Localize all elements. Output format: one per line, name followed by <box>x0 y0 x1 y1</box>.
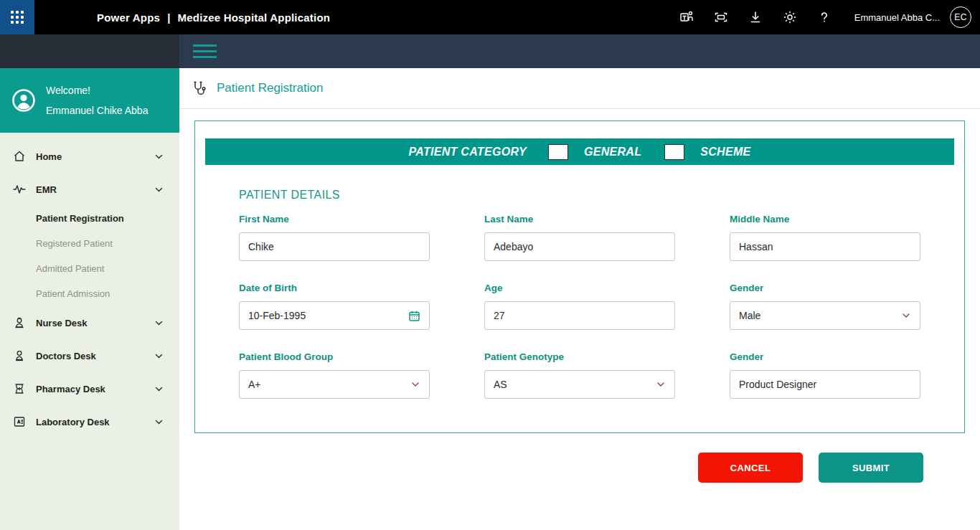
field-date-of-birth: Date of Birth 10-Feb-1995 <box>239 283 430 330</box>
sidebar-item-registered-patient[interactable]: Registered Patient <box>0 231 179 256</box>
download-icon[interactable] <box>738 0 773 34</box>
sidebar-item-admitted-patient[interactable]: Admitted Patient <box>0 256 179 281</box>
field-middle-name: Middle Name Hassan <box>730 214 920 261</box>
banner-title: PATIENT CATEGORY <box>408 146 527 158</box>
field-label: Patient Genotype <box>484 351 675 362</box>
sidebar-item-nurse-desk[interactable]: Nurse Desk <box>0 306 179 339</box>
teams-icon[interactable] <box>669 0 704 34</box>
app-title: Power Apps | Medizee Hospital Applicatio… <box>97 11 330 24</box>
sidebar-item-pharmacy-desk[interactable]: Pharmacy Desk <box>0 372 179 405</box>
sidebar-item-patient-admission[interactable]: Patient Admission <box>0 281 179 306</box>
field-last-name: Last Name Adebayo <box>484 214 675 261</box>
sidebar-item-doctors-desk[interactable]: Doctors Desk <box>0 339 179 372</box>
chevron-down-icon[interactable] <box>154 417 164 427</box>
sidebar-item-label: Doctors Desk <box>36 351 96 361</box>
field-value: A+ <box>248 379 410 390</box>
app-launcher-waffle-icon[interactable] <box>0 0 34 34</box>
date-of-birth-input[interactable]: 10-Feb-1995 <box>239 301 430 330</box>
page-title: Patient Registration <box>217 81 323 95</box>
nav-bar-right-panel <box>179 34 980 68</box>
field-value: Product Designer <box>739 379 911 390</box>
chevron-down-icon <box>656 379 666 389</box>
field-value: 27 <box>494 310 666 321</box>
cancel-button[interactable]: CANCEL <box>698 453 803 483</box>
app-subtitle: Medizee Hospital Application <box>178 11 331 24</box>
field-blood-group: Patient Blood Group A+ <box>239 351 430 399</box>
current-user-name[interactable]: Emmanuel Abba C... <box>854 12 940 23</box>
field-label: Gender <box>730 351 920 362</box>
doctor-icon <box>13 349 26 362</box>
general-checkbox[interactable] <box>548 144 568 160</box>
chevron-down-icon[interactable] <box>154 318 164 328</box>
app-name: Power Apps <box>97 11 160 24</box>
field-value: Chike <box>248 241 420 252</box>
general-label: GENERAL <box>584 146 641 158</box>
field-age: Age 27 <box>484 283 675 330</box>
sidebar-item-label: Nurse Desk <box>36 318 88 328</box>
field-value: Male <box>739 310 901 321</box>
avatar[interactable]: EC <box>950 6 971 28</box>
user-avatar-icon <box>11 88 36 113</box>
field-label: Gender <box>730 283 920 293</box>
waffle-grid-icon <box>11 11 24 24</box>
sidebar-item-patient-registration[interactable]: Patient Registration <box>0 206 179 231</box>
sidebar-item-label: Home <box>36 151 62 162</box>
field-value: 10-Feb-1995 <box>248 310 408 321</box>
field-label: First Name <box>239 214 430 224</box>
sidebar-item-laboratory-desk[interactable]: Laboratory Desk <box>0 405 179 438</box>
emr-submenu: Patient Registration Registered Patient … <box>0 206 179 306</box>
emr-activity-icon <box>13 183 26 196</box>
gender-occupation-input[interactable]: Product Designer <box>730 370 920 399</box>
section-title: PATIENT DETAILS <box>239 189 964 202</box>
help-icon[interactable] <box>807 0 842 34</box>
registration-form-card: PATIENT CATEGORY GENERAL SCHEME PATIENT … <box>194 120 965 433</box>
chevron-down-icon[interactable] <box>154 384 164 394</box>
submit-button[interactable]: SUBMIT <box>819 453 923 483</box>
sidebar-nav: Home EMR Patient Registration Registered… <box>0 133 179 438</box>
field-genotype: Patient Genotype AS <box>484 351 675 399</box>
scheme-label: SCHEME <box>700 146 750 158</box>
fit-screen-icon[interactable] <box>704 0 738 34</box>
nurse-icon <box>13 316 26 329</box>
chevron-down-icon <box>901 311 911 321</box>
settings-icon[interactable] <box>773 0 807 34</box>
top-app-bar: Power Apps | Medizee Hospital Applicatio… <box>0 0 980 34</box>
welcome-panel: Welcome! Emmanuel Chike Abba <box>0 68 179 133</box>
first-name-input[interactable]: Chike <box>239 232 430 261</box>
middle-name-input[interactable]: Hassan <box>730 232 920 261</box>
scheme-checkbox[interactable] <box>664 144 684 160</box>
form-actions: CANCEL SUBMIT <box>179 453 980 483</box>
sidebar-item-label: Laboratory Desk <box>36 417 110 427</box>
field-label: Patient Blood Group <box>239 351 430 362</box>
sidebar-item-label: EMR <box>36 184 57 195</box>
field-value: AS <box>494 379 656 390</box>
pharmacy-icon <box>13 382 26 395</box>
chevron-down-icon <box>410 379 420 389</box>
patient-details-grid: First Name Chike Last Name Adebayo Middl… <box>239 214 964 399</box>
welcome-user-name: Emmanuel Chike Abba <box>46 105 148 116</box>
field-first-name: First Name Chike <box>239 214 430 261</box>
calendar-icon[interactable] <box>408 310 420 322</box>
field-value: Adebayo <box>494 241 666 252</box>
laboratory-icon <box>13 415 26 428</box>
field-value: Hassan <box>739 241 911 252</box>
blood-group-select[interactable]: A+ <box>239 370 430 399</box>
age-input[interactable]: 27 <box>484 301 675 330</box>
last-name-input[interactable]: Adebayo <box>484 232 675 261</box>
field-label: Age <box>484 283 675 293</box>
genotype-select[interactable]: AS <box>484 370 675 399</box>
sidebar-item-emr[interactable]: EMR <box>0 173 179 206</box>
chevron-down-icon[interactable] <box>154 152 164 161</box>
hamburger-menu-icon[interactable] <box>190 38 220 65</box>
home-icon <box>13 150 26 163</box>
stethoscope-icon <box>192 80 207 96</box>
sidebar-item-home[interactable]: Home <box>0 140 179 173</box>
title-separator: | <box>167 11 170 24</box>
field-gender: Gender Male <box>730 283 920 330</box>
chevron-down-icon[interactable] <box>154 185 164 194</box>
nav-bar-left-panel <box>0 34 179 68</box>
welcome-greeting: Welcome! <box>46 85 148 96</box>
field-label: Middle Name <box>730 214 920 224</box>
gender-select[interactable]: Male <box>730 301 920 330</box>
chevron-down-icon[interactable] <box>154 351 164 361</box>
